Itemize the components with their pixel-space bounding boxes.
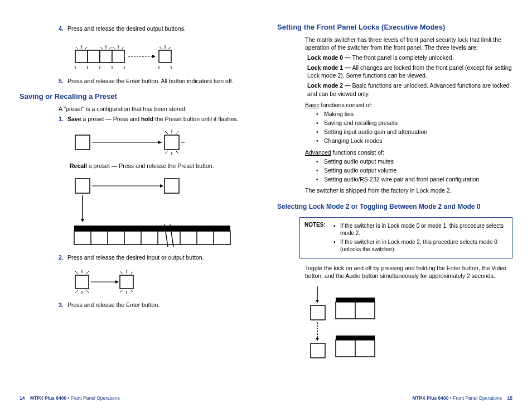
heading-select-lock: Selecting Lock Mode 2 or Toggling Betwee… <box>277 202 512 211</box>
shipped-note: The switcher is shipped from the factory… <box>305 186 512 194</box>
step-1: 1. Save a preset — Press and hold the Pr… <box>59 115 255 123</box>
basic-functions-label: Basic functions consist of: <box>305 101 512 109</box>
note-item: If the switcher in in Lock mode 2, this … <box>333 238 507 253</box>
note-item: If the switcher is in Lock mode 0 or mod… <box>333 222 507 237</box>
notes-box: NOTES: If the switcher is in Lock mode 0… <box>299 217 512 258</box>
svg-marker-37 <box>158 141 162 144</box>
svg-rect-44 <box>74 226 230 231</box>
svg-line-57 <box>75 271 78 274</box>
step-4: 4. Press and release the desired output … <box>59 25 255 32</box>
advanced-functions-label: Advanced functions consist of: <box>305 148 512 156</box>
svg-rect-79 <box>336 336 375 340</box>
svg-rect-38 <box>75 179 90 193</box>
toggle-instructions: Toggle the lock on and off by pressing a… <box>305 264 512 280</box>
lock-mode-0: Lock mode 0 — The front panel is complet… <box>307 54 512 61</box>
heading-locks: Setting the Front Panel Locks (Executive… <box>277 22 512 32</box>
step-number: 4. <box>59 25 67 32</box>
svg-marker-43 <box>81 219 84 222</box>
svg-rect-26 <box>75 135 90 150</box>
locks-intro: The matrix switcher has three levels of … <box>305 36 512 51</box>
list-item: Changing Lock modes <box>316 137 512 145</box>
step-number: 2. <box>59 253 67 261</box>
svg-line-13 <box>122 47 124 49</box>
step-text: Save a preset — Press and hold the Prese… <box>67 115 255 123</box>
heading-saving-preset: Saving or Recalling a Preset <box>20 92 255 102</box>
svg-rect-72 <box>311 305 325 320</box>
svg-line-64 <box>130 271 133 274</box>
svg-marker-77 <box>316 338 319 341</box>
step-text: Press and release the desired input or o… <box>67 253 255 261</box>
list-item: Setting input audio gain and attenuation <box>316 128 512 136</box>
svg-marker-25 <box>152 55 156 58</box>
figure-save <box>70 128 255 156</box>
footer-right: MTPX Plus 6400 • Front Panel Operations … <box>412 395 512 401</box>
lock-mode-2: Lock mode 2 — Basic functions are unlock… <box>307 82 512 97</box>
svg-marker-69 <box>115 280 119 284</box>
step-2: 2. Press and release the desired input o… <box>59 253 255 261</box>
svg-rect-4 <box>159 50 171 63</box>
svg-line-67 <box>130 290 133 293</box>
recall-line: Recall a preset — Press and release the … <box>70 162 255 170</box>
svg-marker-41 <box>160 184 163 188</box>
svg-rect-55 <box>120 275 133 289</box>
svg-line-9 <box>100 47 103 49</box>
right-column: Setting the Front Panel Locks (Executive… <box>277 22 512 392</box>
step-text: Press and release the Enter button. <box>67 301 255 309</box>
list-item: Making ties <box>316 110 512 118</box>
svg-line-58 <box>86 271 89 274</box>
svg-line-32 <box>165 151 168 154</box>
svg-line-61 <box>86 290 89 293</box>
page: 4. Press and release the desired output … <box>0 0 532 412</box>
svg-line-12 <box>113 47 115 49</box>
svg-line-16 <box>168 47 171 49</box>
svg-marker-71 <box>316 300 319 303</box>
svg-line-63 <box>120 271 123 274</box>
list-item: Setting audio/RS-232 wire pair and front… <box>316 175 512 183</box>
svg-line-10 <box>109 47 112 49</box>
svg-line-66 <box>120 290 123 293</box>
svg-line-60 <box>75 290 78 293</box>
figure-recall <box>70 175 255 248</box>
svg-rect-78 <box>311 343 325 358</box>
list-item: Setting audio output volume <box>316 166 512 174</box>
svg-rect-73 <box>336 298 375 302</box>
basic-functions-list: Making ties Saving and recalling presets… <box>316 110 512 145</box>
lock-mode-1: Lock mode 1 — All changes are locked fro… <box>307 64 512 79</box>
svg-line-6 <box>76 47 78 49</box>
list-item: Setting audio output mutes <box>316 157 512 165</box>
step-number: 5. <box>59 77 67 85</box>
svg-rect-54 <box>75 275 89 289</box>
figure-io-button <box>70 267 255 295</box>
figure-lock-buttons <box>305 285 512 363</box>
svg-line-33 <box>176 151 178 154</box>
step-5: 5. Press and release the Enter button. A… <box>59 77 255 85</box>
step-number: 1. <box>59 115 67 123</box>
step-text: Press and release the desired output but… <box>67 25 255 32</box>
figure-output-buttons <box>70 38 255 71</box>
step-text: Press and release the Enter button. All … <box>67 77 255 85</box>
step-3: 3. Press and release the Enter button. <box>59 301 255 309</box>
svg-line-30 <box>176 131 178 134</box>
svg-rect-27 <box>165 135 179 150</box>
svg-rect-2 <box>100 50 112 63</box>
svg-rect-45 <box>74 231 230 245</box>
preset-intro: A "preset" is a configuration that has b… <box>59 105 255 113</box>
footer-left: 14 MTPX Plus 6400 • Front Panel Operatio… <box>20 395 120 401</box>
step-number: 3. <box>59 301 67 309</box>
advanced-functions-list: Setting audio output mutes Setting audio… <box>316 157 512 184</box>
svg-rect-39 <box>165 179 179 193</box>
svg-rect-3 <box>112 50 124 63</box>
svg-rect-0 <box>75 50 88 63</box>
svg-line-15 <box>159 47 162 49</box>
svg-line-29 <box>165 131 168 134</box>
list-item: Saving and recalling presets <box>316 119 512 127</box>
left-column: 4. Press and release the desired output … <box>20 22 255 392</box>
svg-rect-1 <box>88 50 100 63</box>
svg-line-7 <box>85 47 87 49</box>
notes-label: NOTES: <box>304 221 330 255</box>
